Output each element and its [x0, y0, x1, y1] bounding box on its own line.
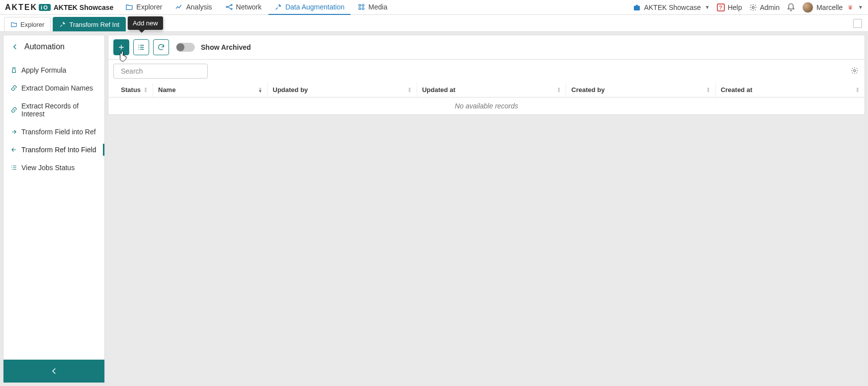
- col-label: Created by: [571, 86, 605, 94]
- network-icon: [225, 3, 233, 11]
- search-input[interactable]: [121, 67, 208, 75]
- nav-label: Network: [236, 3, 261, 11]
- svg-point-3: [359, 4, 361, 6]
- search-box[interactable]: [113, 64, 208, 79]
- user-menu[interactable]: Marcelle ♛ ▼: [802, 2, 863, 13]
- col-status[interactable]: Status ▲▼: [108, 83, 153, 97]
- table-settings-button[interactable]: [851, 67, 860, 76]
- add-new-tooltip: Add new: [128, 16, 163, 30]
- svg-point-6: [362, 7, 364, 9]
- nav-label: Media: [368, 3, 387, 11]
- nav-network[interactable]: Network: [219, 0, 267, 15]
- sort-icon: ▲▼: [408, 87, 412, 93]
- sidebar: Automation Apply Formula Extract Domain …: [3, 35, 105, 383]
- sidebar-item-apply-formula[interactable]: Apply Formula: [3, 61, 104, 79]
- svg-point-7: [752, 6, 754, 8]
- tooltip-text: Add new: [133, 19, 158, 27]
- nav-data-augmentation[interactable]: Data Augmentation: [268, 0, 350, 15]
- media-icon: [357, 3, 365, 11]
- tab-label: Explorer: [20, 21, 44, 28]
- records-table: Status ▲▼ Name ▲▼ Updated by ▲▼ Updated …: [108, 83, 865, 115]
- augmentation-icon: [59, 21, 66, 28]
- briefcase-icon: [633, 3, 641, 11]
- col-updated-by[interactable]: Updated by ▲▼: [268, 83, 417, 97]
- tab-transform-ref[interactable]: Transform Ref Int: [53, 17, 126, 31]
- toggle-knob: [176, 43, 184, 51]
- crown-icon: ♛: [848, 4, 853, 11]
- topbar-right: AKTEK Showcase ▼ ? Help Admin Marcelle ♛…: [633, 2, 863, 13]
- col-created-by[interactable]: Created by ▲▼: [566, 83, 715, 97]
- sidebar-item-label: View Jobs Status: [21, 164, 75, 172]
- brand-block: AKTEK iO AKTEK Showcase: [5, 3, 113, 12]
- sidebar-heading-row[interactable]: Automation: [3, 35, 104, 58]
- nav-label: Data Augmentation: [285, 3, 345, 11]
- col-label: Updated at: [422, 86, 455, 94]
- tab-bar: Explorer Transform Ref Int Add new: [0, 15, 868, 32]
- sidebar-item-extract-domain[interactable]: Extract Domain Names: [3, 79, 104, 97]
- augmentation-icon: [274, 3, 282, 11]
- svg-point-1: [231, 4, 232, 5]
- tabbar-right-tools: [853, 15, 864, 31]
- folder-icon: [125, 3, 133, 11]
- col-label: Updated by: [273, 86, 308, 94]
- chevron-down-icon: ▼: [705, 4, 710, 10]
- nav-label: Analysis: [186, 3, 212, 11]
- arrow-left-icon: [10, 42, 19, 51]
- sidebar-item-label: Apply Formula: [21, 66, 66, 74]
- link-icon: [10, 106, 17, 113]
- maximize-icon[interactable]: [853, 19, 862, 28]
- workspace-switcher[interactable]: AKTEK Showcase ▼: [633, 3, 709, 11]
- sidebar-item-view-jobs[interactable]: View Jobs Status: [3, 159, 104, 177]
- list-view-button[interactable]: [133, 39, 149, 55]
- sidebar-item-label: Extract Domain Names: [21, 84, 93, 92]
- table-header: Status ▲▼ Name ▲▼ Updated by ▲▼ Updated …: [108, 83, 865, 97]
- sidebar-heading: Automation: [24, 42, 65, 51]
- sidebar-collapse-button[interactable]: [3, 360, 104, 383]
- tab-explorer[interactable]: Explorer: [4, 17, 51, 31]
- workspace: Automation Apply Formula Extract Domain …: [0, 32, 868, 386]
- brand-name: AKTEK: [5, 3, 37, 12]
- sidebar-item-extract-records[interactable]: Extract Records of Interest: [3, 97, 104, 123]
- admin-gear-icon: [749, 3, 757, 11]
- chevron-down-icon: ▼: [858, 4, 863, 10]
- nav-analysis[interactable]: Analysis: [169, 0, 218, 15]
- chart-line-icon: [175, 3, 183, 11]
- nav-media[interactable]: Media: [351, 0, 393, 15]
- col-created-at[interactable]: Created at ▲▼: [716, 83, 865, 97]
- avatar: [802, 2, 813, 13]
- add-new-button[interactable]: [113, 39, 129, 55]
- sidebar-item-label: Transform Ref Into Field: [21, 146, 96, 154]
- col-label: Created at: [721, 86, 753, 94]
- svg-point-4: [362, 4, 364, 6]
- brand-io-badge: iO: [39, 4, 51, 11]
- help-label: Help: [728, 3, 742, 11]
- svg-point-2: [231, 8, 232, 9]
- formula-icon: [10, 67, 17, 74]
- chevron-left-icon: [50, 367, 59, 376]
- sort-icon: ▲▼: [856, 87, 860, 93]
- sidebar-item-transform-field-ref[interactable]: Transform Field into Ref: [3, 123, 104, 141]
- sidebar-list: Apply Formula Extract Domain Names Extra…: [3, 61, 104, 177]
- workspace-switcher-label: AKTEK Showcase: [644, 3, 700, 11]
- main-area: Show Archived Status ▲▼: [108, 35, 865, 383]
- help-icon: ?: [717, 3, 725, 11]
- empty-area: [108, 115, 865, 383]
- table-empty-row: No available records: [108, 97, 865, 114]
- sidebar-item-transform-ref-field[interactable]: Transform Ref Into Field: [3, 141, 104, 159]
- nav-explorer[interactable]: Explorer: [119, 0, 168, 15]
- user-name: Marcelle: [816, 3, 843, 11]
- col-updated-at[interactable]: Updated at ▲▼: [417, 83, 566, 97]
- help-link[interactable]: ? Help: [717, 3, 742, 11]
- sidebar-item-label: Extract Records of Interest: [21, 102, 97, 118]
- toolbar: Show Archived: [108, 35, 865, 60]
- notifications-button[interactable]: [786, 3, 795, 12]
- list-icon: [10, 164, 17, 171]
- top-navbar: AKTEK iO AKTEK Showcase Explorer Analysi…: [0, 0, 868, 15]
- show-archived-toggle[interactable]: [176, 43, 195, 52]
- col-label: Status: [121, 86, 141, 94]
- refresh-button[interactable]: [153, 39, 169, 55]
- admin-link[interactable]: Admin: [749, 3, 780, 11]
- svg-point-5: [359, 7, 361, 9]
- gear-icon: [851, 67, 859, 75]
- col-name[interactable]: Name ▲▼: [153, 83, 268, 97]
